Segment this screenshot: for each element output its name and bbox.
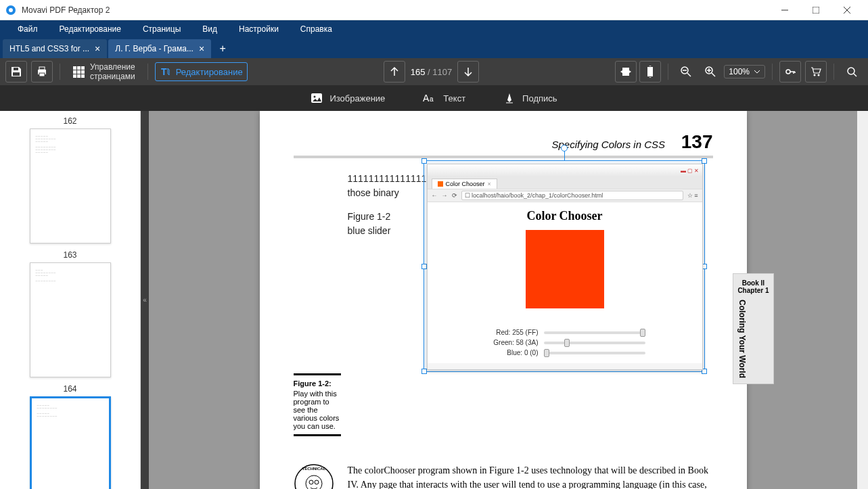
main-toolbar: Управление страницами T Редактирование 1… [0,58,868,85]
page-next-button[interactable] [457,61,479,83]
thumbnail-item[interactable]: 162 — — — — —— — — — — — — —— — — — —— —… [30,116,111,243]
mock-browser-tab: Color Chooser × [432,179,497,189]
svg-rect-21 [622,68,629,76]
resize-handle-bl[interactable] [421,369,427,374]
document-tabs: HTL5 and CSS3 for ... × Л. Г. Верба - Гр… [0,38,868,58]
sidebar-collapse-button[interactable]: « [141,111,149,489]
insert-signature-label: Подпись [522,93,557,103]
svg-rect-17 [73,74,76,78]
thumbnail-preview[interactable]: — — — — —— — — — — — — —— — — — —— — — —… [30,129,111,243]
maximize-button[interactable] [800,0,831,20]
menu-pages[interactable]: Страницы [132,22,191,37]
svg-rect-7 [13,72,20,76]
thumbnail-number: 162 [63,116,76,126]
mock-address-bar: ←→⟳ ☐ localhost/haio/book_2/chap_1/color… [428,189,702,202]
key-button[interactable] [779,61,801,83]
thumbnail-number: 164 [63,384,76,394]
svg-point-45 [315,480,319,484]
svg-point-31 [814,74,816,76]
svg-text:A: A [423,93,430,103]
embedded-image[interactable]: ▬ ▢ ✕ Color Chooser × ←→⟳ ☐ localhost/ha… [427,164,703,370]
close-button[interactable] [831,0,863,20]
thumbnails-panel: 162 — — — — —— — — — — — — —— — — — —— —… [0,111,141,489]
insert-signature-button[interactable]: Подпись [498,89,562,107]
tab-close-icon[interactable]: × [95,43,100,54]
image-icon [311,92,323,104]
svg-rect-3 [813,7,819,14]
edit-mode-button[interactable]: T Редактирование [155,62,248,81]
thumbnail-preview[interactable]: — — —— — — — — — — —— — — — —— — — — — —… [30,262,111,377]
page-side-tab: Book II Chapter 1 Coloring Your World [733,273,773,384]
rotate-handle[interactable] [561,145,568,152]
svg-point-30 [786,70,790,74]
zoom-out-button[interactable] [675,61,697,83]
color-chooser-heading: Color Chooser [434,209,695,223]
svg-rect-15 [77,70,81,74]
color-swatch [526,230,604,308]
edit-toolbar: Изображение Aa Текст Подпись [0,85,868,111]
document-viewport[interactable]: Specifying Colors in CSS 137 11111111111… [149,111,857,489]
edit-mode-label: Редактирование [176,67,243,77]
tab-add-button[interactable]: + [212,39,233,58]
fit-width-button[interactable] [615,61,637,83]
image-selection-box[interactable]: ▬ ▢ ✕ Color Chooser × ←→⟳ ☐ localhost/ha… [424,160,705,372]
svg-point-36 [314,96,316,98]
grid-icon [72,66,85,78]
signature-icon [503,92,516,104]
search-button[interactable] [841,61,863,83]
thumbnail-number: 163 [63,250,76,260]
page-prev-button[interactable] [384,61,405,83]
resize-handle-tl[interactable] [421,158,427,164]
svg-rect-19 [81,74,85,78]
svg-rect-18 [77,74,81,78]
insert-text-button[interactable]: Aa Текст [417,89,471,107]
insert-text-label: Текст [443,93,465,103]
vertical-scrollbar[interactable] [857,111,868,489]
svg-rect-13 [81,66,85,70]
menu-file[interactable]: Файл [7,22,49,37]
manage-pages-button[interactable]: Управление страницами [67,62,141,82]
print-button[interactable] [31,61,53,83]
chevron-down-icon [754,68,760,75]
resize-handle-tr[interactable] [702,158,707,164]
save-button[interactable] [5,61,27,83]
fit-page-button[interactable] [639,61,661,83]
manage-pages-label-2: страницами [90,72,135,81]
zoom-in-button[interactable] [700,61,721,83]
thumbnail-item[interactable]: 164 — — — — —— — — — — — — —— — — — —— —… [30,384,111,489]
menu-edit[interactable]: Редактирование [49,22,132,37]
tab-close-icon[interactable]: × [199,43,204,54]
tab-document-2[interactable]: Л. Г. Верба - Грама... × [108,39,211,58]
minimize-button[interactable] [769,0,800,20]
red-slider [544,331,645,334]
thumbnail-preview[interactable]: — — — — —— — — — — — — —— — — — —— — — —… [30,396,111,489]
zoom-value: 100% [729,67,750,76]
resize-handle-ml[interactable] [421,264,427,269]
cart-button[interactable] [805,61,827,83]
svg-rect-11 [73,66,76,70]
green-slider [544,342,645,344]
svg-line-24 [687,73,691,76]
figure-caption: Figure 1-2: Play with this program to se… [294,373,341,436]
svg-line-34 [854,74,856,76]
menu-settings[interactable]: Настройки [228,22,290,37]
menu-help[interactable]: Справка [290,22,343,37]
menu-view[interactable]: Вид [191,22,228,37]
svg-rect-14 [73,70,76,74]
page-current[interactable]: 165 [411,67,426,77]
thumbnail-item[interactable]: 163 — — —— — — — — — — —— — — — —— — — —… [30,250,111,377]
svg-line-27 [712,73,715,76]
insert-image-label: Изображение [329,93,385,103]
zoom-dropdown[interactable]: 100% [724,65,765,78]
page-section-title: Specifying Colors in CSS [551,139,665,150]
svg-text:TECHNICAL: TECHNICAL [302,467,325,471]
svg-rect-12 [77,66,81,70]
svg-point-44 [309,480,313,484]
tab-document-1[interactable]: HTL5 and CSS3 for ... × [3,39,107,58]
svg-point-32 [818,74,820,76]
mock-window-controls: ▬ ▢ ✕ [428,164,702,177]
insert-image-button[interactable]: Изображение [305,89,390,107]
svg-point-1 [9,8,13,12]
svg-rect-16 [81,70,85,74]
text-edit-icon: T [160,66,172,78]
